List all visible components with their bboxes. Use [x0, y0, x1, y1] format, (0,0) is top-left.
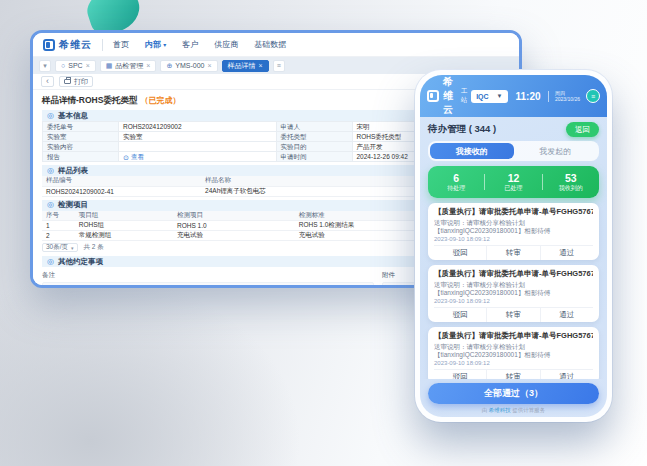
todo-tabs: 我接收的 我发起的	[428, 141, 599, 161]
forward-button[interactable]: 转审	[486, 308, 539, 322]
cell: 常规检测组	[75, 231, 173, 241]
circle-icon: ○	[61, 62, 65, 69]
tab-received[interactable]: 我接收的	[430, 143, 514, 159]
phone-screen: 希维云 工站 IQC ▼ 11:20 周四 2023/10/26 ≡ 待办管理 …	[420, 75, 607, 417]
todo-card-list: 【质量执行】请审批委托单申请-单号FGHG5767688 送审说明：请审核分享检…	[420, 202, 607, 379]
column-header: 检测标准	[295, 211, 421, 221]
forward-button[interactable]: 转审	[486, 246, 539, 260]
phone-footer: 由 希维科技 提供计算服务	[428, 407, 599, 414]
card-actions: 驳回 转审 通过	[434, 369, 593, 379]
tab-spc[interactable]: ○ SPC ×	[55, 60, 96, 72]
brand-logo-icon	[427, 90, 439, 102]
station-label: 工站	[461, 87, 468, 105]
user-avatar[interactable]: ≡	[586, 89, 600, 103]
report-cell: ⊙查看	[119, 152, 277, 162]
card-description: 送审说明：请审核分享检验计划【tianxingIQC202309180001】相…	[434, 343, 593, 359]
field-value	[119, 142, 277, 152]
field-label: 实验内容	[43, 142, 119, 152]
gear-icon: ◎	[47, 258, 54, 266]
brand-name: 希维云	[59, 38, 92, 52]
field-value: ROHS20241209002	[119, 122, 277, 132]
header-divider	[102, 39, 103, 51]
nav-item-customer[interactable]: 客户	[182, 39, 198, 50]
reject-button[interactable]: 驳回	[434, 308, 486, 322]
todo-card[interactable]: 【质量执行】请审批委托单申请-单号FGHG5767688 送审说明：请审核分享检…	[428, 203, 599, 260]
cell: ROHS 1.0检测结果	[295, 221, 421, 231]
todo-card[interactable]: 【质量执行】请审批委托单申请-单号FGHG5767688 送审说明：请审核分享检…	[428, 327, 599, 379]
tab-initiated[interactable]: 我发起的	[514, 143, 598, 159]
print-button[interactable]: 打印	[59, 76, 93, 87]
approve-button[interactable]: 通过	[540, 308, 593, 322]
card-title: 【质量执行】请审批委托单申请-单号FGHG5767688	[434, 207, 593, 217]
field-value: 实验室	[119, 132, 277, 142]
field-label: 申请时间	[277, 152, 353, 162]
approve-button[interactable]: 通过	[540, 370, 593, 379]
tab-yms[interactable]: ⊕ YMS-000 ×	[160, 60, 217, 72]
card-title: 【质量执行】请审批委托单申请-单号FGHG5767688	[434, 331, 593, 341]
clock-time: 11:20	[516, 91, 541, 102]
field-label: 实验室	[43, 132, 119, 142]
stat-received-total[interactable]: 53我收到的	[543, 172, 599, 193]
phone-header: 希维云 工站 IQC ▼ 11:20 周四 2023/10/26 ≡	[420, 75, 607, 117]
sample-code: ROHS20241209002-41	[42, 186, 201, 196]
tab-list-dropdown-button[interactable]: ▾	[39, 60, 51, 72]
close-icon[interactable]: ×	[208, 62, 212, 69]
cell: 1	[42, 221, 75, 231]
printer-icon	[64, 79, 71, 84]
field-label: 申请人	[277, 122, 353, 132]
phone-mockup: 希维云 工站 IQC ▼ 11:20 周四 2023/10/26 ≡ 待办管理 …	[415, 70, 612, 422]
reject-button[interactable]: 驳回	[434, 370, 486, 379]
nav-item-supplier[interactable]: 供应商	[214, 39, 238, 50]
nav-item-basic-data[interactable]: 基础数据	[254, 39, 286, 50]
nav-item-home[interactable]: 首页	[113, 39, 129, 50]
footer-brand: 希维科技	[489, 407, 511, 413]
card-timestamp: 2023-09-10 18:09:12	[434, 298, 593, 304]
chevron-down-icon: ▾	[163, 42, 166, 48]
reject-button[interactable]: 驳回	[434, 246, 486, 260]
cell: 2	[42, 231, 75, 241]
app-header: 希维云 首页 内部 ▾ 客户 供应商 基础数据	[33, 33, 519, 57]
stat-processed[interactable]: 12已处理	[485, 172, 541, 193]
cell: 充电试验	[173, 231, 295, 241]
close-icon[interactable]: ×	[146, 62, 150, 69]
gear-icon: ◎	[47, 201, 54, 209]
todo-card[interactable]: 【质量执行】请审批委托单申请-单号FGHG5767688 送审说明：请审核分享检…	[428, 265, 599, 322]
approve-button[interactable]: 通过	[540, 246, 593, 260]
approve-all-button[interactable]: 全部通过（3）	[428, 383, 599, 404]
background-blob	[0, 276, 300, 466]
column-header: 项目组	[75, 211, 173, 221]
status-badge: （已完成）	[140, 96, 180, 105]
field-label: 委托单号	[43, 122, 119, 132]
forward-button[interactable]: 转审	[486, 370, 539, 379]
column-header: 检测项目	[173, 211, 295, 221]
back-button[interactable]: ‹	[41, 76, 54, 87]
stat-pending[interactable]: 6待处理	[428, 172, 484, 193]
note-textarea[interactable]	[42, 282, 374, 285]
tab-inspection-mgmt[interactable]: ▦ 品检管理 ×	[100, 60, 157, 72]
tab-more-button[interactable]: ≡	[273, 60, 285, 72]
total-count: 共 2 条	[84, 243, 104, 252]
tab-sample-detail[interactable]: 样品详情 ×	[222, 60, 269, 72]
card-actions: 驳回 转审 通过	[434, 245, 593, 260]
card-description: 送审说明：请审核分享检验计划【tianxingIQC202309180001】相…	[434, 281, 593, 297]
cell: ROHS 1.0	[173, 221, 295, 231]
gear-icon: ◎	[47, 112, 54, 120]
close-icon[interactable]: ×	[259, 62, 263, 69]
date-display: 周四 2023/10/26	[555, 90, 580, 102]
page-size-select[interactable]: 30条/页 ▾	[42, 243, 78, 252]
column-header: 样品编号	[42, 176, 201, 186]
close-icon[interactable]: ×	[86, 62, 90, 69]
card-timestamp: 2023-09-10 18:09:12	[434, 360, 593, 366]
nav-item-internal[interactable]: 内部 ▾	[145, 39, 166, 50]
field-label: 报告	[43, 152, 119, 162]
brand-logo-icon	[43, 39, 55, 51]
station-select[interactable]: IQC ▼	[471, 90, 507, 103]
brand-name: 希维云	[443, 75, 456, 117]
return-button[interactable]: 返回	[566, 122, 599, 137]
cell: ROHS组	[75, 221, 173, 231]
gauge-icon: ⊕	[166, 62, 172, 69]
stats-bar: 6待处理 12已处理 53我收到的	[428, 166, 599, 198]
phone-subheader: 待办管理 ( 344 ) 返回	[420, 117, 607, 141]
view-report-link[interactable]: ⊙查看	[123, 152, 144, 162]
grid-icon: ▦	[106, 62, 113, 69]
